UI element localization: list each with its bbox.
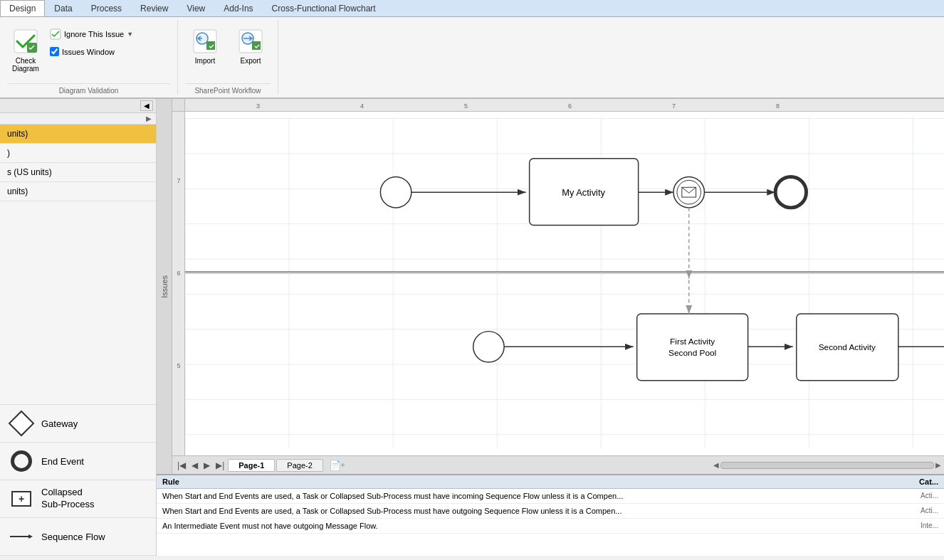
first-activity-label-line1: First Activity — [670, 337, 715, 347]
second-activity-label: Second Activity — [819, 342, 876, 352]
ignore-issue-dropdown-icon[interactable]: ▼ — [127, 31, 133, 38]
sidebar: ◀ ▶ units) ) s (US units) units) Gateway — [0, 99, 157, 556]
svg-marker-8 — [28, 534, 33, 539]
first-activity-node[interactable] — [637, 314, 748, 381]
sequence-flow-label: Sequence Flow — [41, 532, 105, 542]
tab-design[interactable]: Design — [0, 0, 45, 16]
sidebar-shape-gateway[interactable]: Gateway — [0, 404, 156, 442]
tab-cross-functional[interactable]: Cross-Functional Flowchart — [263, 0, 385, 16]
sidebar-expand[interactable]: ▶ — [0, 113, 156, 125]
sidebar-item-units1[interactable]: units) — [0, 125, 156, 144]
issues-panel: Rule Cat... When Start and End Events ar… — [157, 474, 944, 556]
issues-col-rule: Rule — [162, 477, 896, 486]
canvas-area[interactable]: My Activity — [185, 112, 944, 455]
svg-text:6: 6 — [177, 270, 180, 277]
start-event-2[interactable] — [473, 332, 504, 362]
svg-text:6: 6 — [568, 102, 572, 110]
check-diagram-button[interactable]: CheckDiagram — [7, 24, 44, 75]
issues-row-3[interactable]: An Intermediate Event must not have outg… — [157, 519, 944, 534]
page-nav-first[interactable]: |◀ — [175, 460, 188, 471]
first-activity-label-line2: Second Pool — [668, 348, 716, 358]
issues-row-1[interactable]: When Start and End Events are used, a Ta… — [157, 489, 944, 504]
ribbon-group-diagram-validation: CheckDiagram Ignore This Issue ▼ Issues … — [0, 20, 178, 95]
page-tab-1[interactable]: Page-1 — [228, 459, 275, 472]
page-tab-2[interactable]: Page-2 — [276, 459, 322, 472]
tab-data[interactable]: Data — [45, 0, 81, 16]
svg-text:5: 5 — [177, 362, 180, 369]
diagram-validation-title: Diagram Validation — [7, 83, 170, 95]
ruler-horizontal: 3 4 5 6 7 8 — [185, 99, 944, 112]
sidebar-item-2[interactable]: ) — [0, 144, 156, 163]
export-label: Export — [241, 57, 261, 65]
collapsed-subprocess-label: CollapsedSub-Process — [41, 487, 94, 511]
page-add-icon[interactable]: 📄+ — [325, 459, 350, 472]
import-button[interactable]: Import — [185, 24, 225, 68]
sidebar-shape-sequence-flow[interactable]: Sequence Flow — [0, 517, 156, 556]
tab-process[interactable]: Process — [82, 0, 131, 16]
issues-window-label: Issues Window — [62, 48, 115, 56]
end-event-label: End Event — [41, 456, 84, 467]
page-nav-prev[interactable]: ◀ — [189, 460, 200, 471]
svg-text:7: 7 — [672, 102, 676, 110]
ignore-issue-label: Ignore This Issue — [64, 30, 124, 38]
sidebar-item-units2[interactable]: units) — [0, 182, 156, 201]
sidebar-collapse-button[interactable]: ◀ — [140, 100, 153, 111]
svg-text:3: 3 — [256, 102, 260, 110]
issues-window-checkbox[interactable] — [50, 47, 59, 56]
hscroll-left[interactable]: ◀ — [713, 461, 719, 469]
gateway-label: Gateway — [41, 418, 78, 429]
tab-addins[interactable]: Add-Ins — [214, 0, 262, 16]
svg-text:7: 7 — [177, 177, 180, 184]
hscroll-right[interactable]: ▶ — [935, 461, 941, 469]
sidebar-shape-collapsed-subprocess[interactable]: + CollapsedSub-Process — [0, 480, 156, 517]
issues-window-toggle[interactable]: Issues Window — [47, 46, 136, 58]
svg-text:4: 4 — [360, 102, 364, 110]
ignore-issue-button[interactable]: Ignore This Issue ▼ — [47, 27, 136, 41]
sharepoint-title: SharePoint Workflow — [185, 83, 271, 95]
hscroll-thumb[interactable] — [720, 462, 934, 469]
issues-side-tab[interactable]: Issues — [157, 99, 172, 474]
start-event-1[interactable] — [380, 176, 411, 207]
page-nav-next[interactable]: ▶ — [201, 460, 212, 471]
sidebar-shape-end-event[interactable]: End Event — [0, 442, 156, 480]
ribbon-group-sharepoint: Import Export SharePoint Workflow — [178, 20, 278, 95]
check-diagram-label: CheckDiagram — [12, 57, 39, 73]
svg-text:5: 5 — [464, 102, 468, 110]
tab-view[interactable]: View — [177, 0, 214, 16]
tab-review[interactable]: Review — [131, 0, 177, 16]
import-label: Import — [195, 57, 215, 65]
export-button[interactable]: Export — [231, 24, 271, 68]
issues-row-2[interactable]: When Start and End Events are used, a Ta… — [157, 504, 944, 519]
ruler-vertical: 7 6 5 — [172, 112, 185, 455]
svg-text:8: 8 — [776, 102, 780, 110]
my-activity-label: My Activity — [562, 187, 605, 198]
issues-col-cat: Cat... — [896, 477, 938, 486]
end-event-1[interactable] — [775, 176, 806, 207]
page-nav-last[interactable]: ▶| — [214, 460, 226, 471]
sidebar-item-us-units[interactable]: s (US units) — [0, 163, 156, 182]
